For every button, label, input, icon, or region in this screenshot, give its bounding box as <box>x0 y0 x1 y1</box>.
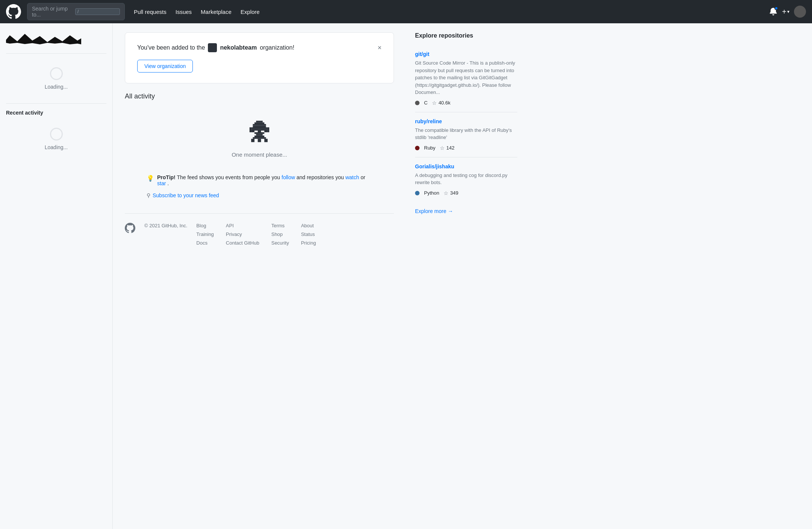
star-link[interactable]: star <box>157 180 166 186</box>
footer-shop-link[interactable]: Shop <box>271 231 289 237</box>
user-avatar[interactable] <box>794 6 806 18</box>
pull-requests-link[interactable]: Pull requests <box>134 9 167 15</box>
marketplace-link[interactable]: Marketplace <box>201 9 232 15</box>
explore-title: Explore repositories <box>415 32 517 39</box>
footer-pricing-link[interactable]: Pricing <box>301 240 316 246</box>
protip-text-part1: The feed shows you events from people yo… <box>177 174 280 180</box>
footer-privacy-link[interactable]: Privacy <box>226 231 259 237</box>
watch-link[interactable]: watch <box>345 174 359 180</box>
or-text: or <box>361 174 365 180</box>
loading-spinner-1 <box>50 67 63 80</box>
lang-label-c: C <box>424 100 427 106</box>
sidebar-loading-2: Loading... <box>6 120 106 158</box>
svg-rect-9 <box>256 134 263 135</box>
notifications-bell[interactable] <box>769 7 777 17</box>
org-icon <box>208 43 217 52</box>
footer-contact-link[interactable]: Contact GitHub <box>226 240 259 246</box>
view-organization-button[interactable]: View organization <box>137 60 193 73</box>
footer-security-link[interactable]: Security <box>271 240 289 246</box>
repo-meta-jishaku: Python ☆ 349 <box>415 190 517 196</box>
repo-card-reline: ruby/reline The compatible library with … <box>415 112 517 157</box>
repo-name-jishaku[interactable]: Gorialis/jishaku <box>415 163 517 169</box>
repo-card-jishaku: Gorialis/jishaku A debugging and testing… <box>415 157 517 202</box>
svg-rect-16 <box>268 127 269 132</box>
repo-desc-reline: The compatible library with the API of R… <box>415 127 517 141</box>
banner-text-before: You've been added to the <box>137 44 205 51</box>
protip-section: 💡 ProTip! The feed shows you events from… <box>147 174 372 186</box>
footer-training-link[interactable]: Training <box>196 231 214 237</box>
create-new-button[interactable]: + ▾ <box>782 8 789 16</box>
svg-rect-11 <box>253 137 266 139</box>
avatar-scribble <box>6 32 81 47</box>
main-content: You've been added to the nekolabteam org… <box>113 23 406 529</box>
explore-more-link[interactable]: Explore more → <box>415 208 517 214</box>
search-bar[interactable]: Search or jump to... / <box>27 3 125 20</box>
repo-desc-git: Git Source Code Mirror - This is a publi… <box>415 59 517 96</box>
footer-blog-link[interactable]: Blog <box>196 223 214 228</box>
copyright-text: © 2021 GitHub, Inc. <box>144 223 187 228</box>
footer-links-grid: Blog API Terms About Training Privacy Sh… <box>196 223 316 246</box>
loading-label-1: Loading... <box>45 84 68 90</box>
close-banner-button[interactable]: × <box>377 44 382 52</box>
protip-text: ProTip! The feed shows you events from p… <box>157 174 372 186</box>
nav-actions: + ▾ <box>769 6 806 18</box>
star-number-jishaku: 349 <box>450 190 458 196</box>
nav-links: Pull requests Issues Marketplace Explore <box>134 9 260 15</box>
svg-rect-5 <box>251 129 268 132</box>
banner-text: You've been added to the nekolabteam org… <box>137 43 382 52</box>
svg-rect-13 <box>258 139 261 142</box>
svg-rect-8 <box>255 132 264 134</box>
banner-text-after: organization! <box>260 44 294 51</box>
lang-dot-ruby <box>415 146 420 150</box>
footer-docs-link[interactable]: Docs <box>196 240 214 246</box>
lang-label-python: Python <box>424 190 439 196</box>
loading-spinner-2 <box>50 128 63 141</box>
activity-loading-area: One moment please... <box>125 108 394 174</box>
star-count-reline: ☆ 142 <box>440 145 454 151</box>
star-icon-git: ☆ <box>432 100 437 106</box>
svg-rect-7 <box>261 131 264 132</box>
repo-desc-jishaku: A debugging and testing cog for discord.… <box>415 172 517 186</box>
svg-rect-12 <box>251 139 255 142</box>
footer-terms-link[interactable]: Terms <box>271 223 289 228</box>
star-number-git: 40.6k <box>438 100 450 106</box>
follow-link[interactable]: follow <box>282 174 295 180</box>
repo-card-git: git/git Git Source Code Mirror - This is… <box>415 45 517 112</box>
issues-link[interactable]: Issues <box>176 9 192 15</box>
footer-github-logo <box>125 223 135 233</box>
svg-rect-0 <box>256 121 263 122</box>
star-icon-reline: ☆ <box>440 145 445 151</box>
notification-dot <box>774 6 778 10</box>
org-notification-banner: You've been added to the nekolabteam org… <box>125 32 394 83</box>
loading-label-2: Loading... <box>45 144 68 150</box>
star-count-git: ☆ 40.6k <box>432 100 450 106</box>
subscribe-text: Subscribe to your news feed <box>153 192 219 198</box>
top-navigation: Search or jump to... / Pull requests Iss… <box>0 0 812 23</box>
svg-rect-6 <box>255 131 258 132</box>
lang-dot-python <box>415 191 420 195</box>
page-footer: © 2021 GitHub, Inc. Blog API Terms About… <box>125 213 394 255</box>
repo-name-reline[interactable]: ruby/reline <box>415 118 517 124</box>
svg-rect-2 <box>253 124 266 125</box>
explore-link[interactable]: Explore <box>241 9 260 15</box>
repo-name-git[interactable]: git/git <box>415 51 517 57</box>
footer-about-link[interactable]: About <box>301 223 316 228</box>
repo-meta-git: C ☆ 40.6k <box>415 100 517 106</box>
octocat-pixel-art <box>246 119 273 145</box>
lang-dot-c <box>415 101 420 105</box>
svg-rect-4 <box>251 127 268 129</box>
footer-status-link[interactable]: Status <box>301 231 316 237</box>
github-logo[interactable] <box>6 4 21 19</box>
recent-activity-title: Recent activity <box>6 110 106 116</box>
org-name: nekolabteam <box>220 44 257 51</box>
svg-rect-15 <box>250 127 251 132</box>
lang-label-ruby: Ruby <box>424 145 435 151</box>
protip-text-part2: and repositories you <box>297 174 344 180</box>
footer-api-link[interactable]: API <box>226 223 259 228</box>
activity-loading-text: One moment please... <box>125 151 394 158</box>
slash-shortcut: / <box>75 8 120 15</box>
rss-icon: ⚲ <box>147 192 150 198</box>
sidebar-loading-1: Loading... <box>6 60 106 97</box>
subscribe-feed-link[interactable]: ⚲ Subscribe to your news feed <box>147 192 372 198</box>
activity-section-title: All activity <box>125 92 394 100</box>
